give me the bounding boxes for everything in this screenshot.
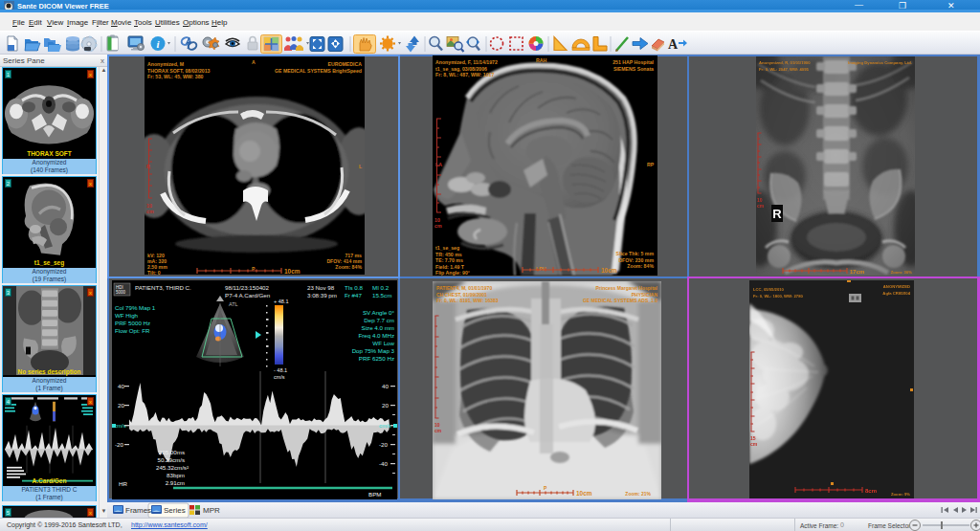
- svg-text:cm/s: cm/s: [274, 374, 285, 380]
- svg-text:-20: -20: [379, 441, 389, 448]
- svg-text:Anonymized, F, 11/14/1972: Anonymized, F, 11/14/1972: [435, 59, 498, 65]
- svg-text:10cm: 10cm: [601, 267, 617, 274]
- svg-text:98/11/23:150402: 98/11/23:150402: [225, 284, 270, 291]
- svg-text:THORAX SOFT, 08/02/2013: THORAX SOFT, 08/02/2013: [147, 68, 211, 74]
- svg-text:Size 4.0 mm: Size 4.0 mm: [362, 324, 394, 331]
- svg-text:Field: 1.49 T: Field: 1.49 T: [435, 264, 465, 270]
- svg-text:CH CHEST, 01/09/2001: CH CHEST, 01/09/2001: [436, 292, 487, 298]
- svg-text:Fr: 8, WL: 487, WW: 1017: Fr: 8, WL: 487, WW: 1017: [435, 72, 494, 77]
- svg-text:Anonymized, R, 01/01/1900: Anonymized, R, 01/01/1900: [759, 60, 811, 65]
- svg-text:cm: cm: [434, 428, 442, 433]
- svg-text:GE MEDICAL SYSTEMS ADS_1.0: GE MEDICAL SYSTEMS ADS_1.0: [583, 298, 657, 303]
- svg-text:20: 20: [382, 402, 389, 409]
- svg-text:Zoom: 9%: Zoom: 9%: [891, 492, 910, 497]
- svg-text:cm/s: cm/s: [379, 423, 391, 429]
- svg-text:cm: cm: [434, 223, 442, 229]
- svg-text:Col 79% Map 1: Col 79% Map 1: [115, 304, 156, 311]
- svg-text:40: 40: [382, 383, 389, 389]
- svg-text:TE: 7.70 ms: TE: 7.70 ms: [435, 257, 463, 263]
- svg-text:BPM: BPM: [368, 491, 381, 498]
- svg-text:PRF 5000 Hz: PRF 5000 Hz: [115, 320, 150, 326]
- svg-text:SIEMENS Sonata: SIEMENS Sonata: [613, 66, 654, 72]
- svg-text:Flow Opt: FR: Flow Opt: FR: [115, 327, 150, 334]
- svg-text:MPR: MPR: [203, 506, 220, 515]
- svg-text:RAH: RAH: [536, 57, 546, 63]
- svg-text:EUROMEDICA: EUROMEDICA: [328, 61, 363, 67]
- svg-text:t1_se_sag, 03/08/2006: t1_se_sag, 03/08/2006: [435, 66, 487, 72]
- svg-text:Tilt: 0: Tilt: 0: [147, 270, 161, 275]
- svg-text:PRF 6250 Hz: PRF 6250 Hz: [359, 355, 394, 362]
- svg-text:cm: cm: [750, 441, 758, 447]
- svg-text:WF High: WF High: [115, 312, 139, 319]
- svg-text:Imaging Dynamics Company, Ltd.: Imaging Dynamics Company, Ltd.: [848, 60, 912, 65]
- svg-text:Frames: Frames: [125, 506, 151, 515]
- svg-text:Anonymized, M: Anonymized, M: [147, 61, 184, 67]
- svg-text:GE MEDICAL SYSTEMS BrightSpeed: GE MEDICAL SYSTEMS BrightSpeed: [275, 68, 362, 74]
- svg-text:A: A: [252, 59, 256, 65]
- svg-text:17cm: 17cm: [850, 269, 864, 275]
- svg-text:t1_se_seg: t1_se_seg: [435, 245, 459, 251]
- svg-text:Flip Angle: 90°: Flip Angle: 90°: [435, 270, 470, 276]
- svg-text:Series: Series: [164, 506, 186, 515]
- svg-text:Fr: 0, WL: 8191, WW: 16383: Fr: 0, WL: 8191, WW: 16383: [436, 298, 499, 303]
- svg-text:TIs 0.8: TIs 0.8: [345, 284, 363, 291]
- svg-text:- 48.1: - 48.1: [274, 367, 287, 373]
- svg-text:DFOV: 230 mm: DFOV: 230 mm: [618, 257, 654, 263]
- svg-text:83bpm: 83bpm: [167, 472, 185, 478]
- svg-text:5000: 5000: [116, 290, 126, 295]
- svg-text:3:08:39 pm: 3:08:39 pm: [307, 292, 337, 299]
- svg-text:Fr #47: Fr #47: [345, 292, 362, 299]
- svg-text:Slice Thk: 5 mm: Slice Thk: 5 mm: [616, 251, 655, 256]
- svg-text:205.00ms: 205.00ms: [159, 449, 185, 455]
- svg-text:40: 40: [118, 383, 124, 389]
- svg-text:P7-4 A.Card/Gen: P7-4 A.Card/Gen: [225, 292, 271, 299]
- svg-text:Freq 4.0 MHz: Freq 4.0 MHz: [359, 332, 394, 339]
- svg-text:2.91cm: 2.91cm: [166, 479, 185, 486]
- svg-text:245.32cm/s²: 245.32cm/s²: [156, 464, 189, 471]
- svg-text:23 Nov 98: 23 Nov 98: [307, 284, 335, 291]
- svg-text:+ 48.1: + 48.1: [274, 299, 288, 304]
- svg-text:cm: cm: [146, 209, 154, 214]
- svg-text:TR: 450 ms: TR: 450 ms: [435, 252, 462, 257]
- svg-text:Fr: 53, WL: 45, WW: 380: Fr: 53, WL: 45, WW: 380: [147, 74, 204, 79]
- svg-text:R: R: [772, 207, 782, 221]
- svg-text:8cm: 8cm: [865, 488, 877, 494]
- svg-text:cm: cm: [757, 203, 765, 209]
- svg-text:A: A: [668, 37, 679, 52]
- svg-text:15.5cm: 15.5cm: [372, 292, 391, 299]
- svg-text:SV Angle 0°: SV Angle 0°: [363, 309, 395, 316]
- svg-text:HR: HR: [119, 480, 127, 487]
- svg-text:20: 20: [118, 402, 124, 409]
- svg-text:Dop 75% Map 3: Dop 75% Map 3: [352, 347, 395, 354]
- svg-text:ANONYMIZED: ANONYMIZED: [883, 284, 910, 289]
- svg-text:Zoom: 84%: Zoom: 84%: [335, 264, 362, 270]
- svg-text:-20: -20: [115, 441, 124, 448]
- svg-text:MI 0.2: MI 0.2: [372, 284, 390, 291]
- svg-text:10cm: 10cm: [576, 490, 592, 497]
- svg-text:Fr: 0, WL: 2047, WW: 4095: Fr: 0, WL: 2047, WW: 4095: [759, 67, 809, 72]
- svg-text:Princess Margaret Hospital: Princess Margaret Hospital: [596, 285, 658, 291]
- svg-text:Agfa CR85X04: Agfa CR85X04: [882, 291, 910, 296]
- svg-text:PHYSICIAN: PHYSICIAN: [632, 292, 658, 298]
- svg-text:Zoom: 21%: Zoom: 21%: [625, 491, 651, 497]
- svg-text:Fr: 0, WL: 1800, WW: 2780: Fr: 0, WL: 1800, WW: 2780: [753, 294, 803, 299]
- svg-text:50.29cm/s: 50.29cm/s: [157, 456, 185, 463]
- svg-text:PATIENT3, THIRD C.: PATIENT3, THIRD C.: [135, 284, 191, 291]
- svg-text:251 HAP Hospital: 251 HAP Hospital: [612, 59, 654, 65]
- svg-text:ATL: ATL: [229, 301, 238, 307]
- svg-text:LCC, 05/05/2010: LCC, 05/05/2010: [753, 287, 785, 292]
- svg-text:WF Low: WF Low: [372, 340, 394, 346]
- svg-text:-40: -40: [379, 460, 389, 467]
- svg-text:PATIENT4, M, 01/01/1970: PATIENT4, M, 01/01/1970: [436, 285, 492, 291]
- svg-text:10cm: 10cm: [284, 268, 301, 275]
- svg-text:Zoom: 36%: Zoom: 36%: [891, 270, 913, 275]
- svg-text:Zoom: 84%: Zoom: 84%: [627, 263, 654, 269]
- svg-text:Dep 7.7 cm: Dep 7.7 cm: [364, 317, 394, 323]
- svg-text:RP: RP: [647, 162, 655, 167]
